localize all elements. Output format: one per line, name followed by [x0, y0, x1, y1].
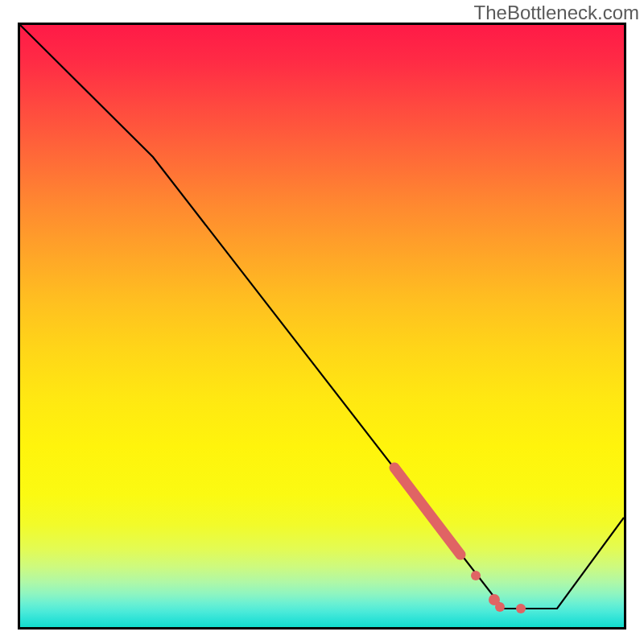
highlight-dot-1 [471, 571, 481, 580]
curve-group [20, 25, 624, 609]
highlight-segment [394, 468, 460, 555]
bottleneck-curve-line [20, 25, 624, 609]
chart-svg [20, 25, 624, 627]
highlight-dot-3 [495, 602, 505, 612]
highlight-group [394, 468, 526, 613]
plot-area [18, 23, 626, 630]
chart-container: TheBottleneck.com [0, 0, 644, 644]
watermark-text: TheBottleneck.com [474, 2, 639, 24]
highlight-dot-4 [516, 604, 526, 613]
